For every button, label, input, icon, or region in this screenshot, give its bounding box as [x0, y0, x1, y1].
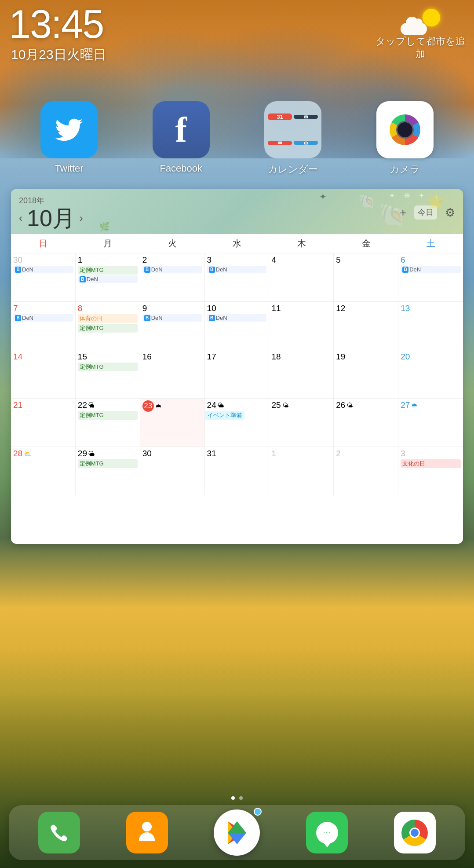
speech-bubble: ···: [316, 822, 338, 844]
cal-day-28[interactable]: 28 ⛅: [11, 447, 76, 495]
cal-day-30[interactable]: 30: [140, 447, 205, 495]
weather-widget[interactable]: タップして都市を追 加: [376, 9, 465, 60]
cal-day-5[interactable]: 5: [334, 253, 398, 301]
cal-day-22[interactable]: 22 🌦 定例MTG: [76, 399, 140, 447]
facebook-app[interactable]: f Facebook: [146, 101, 216, 176]
day-num: 7: [13, 304, 73, 313]
coral-deco: 🌿: [99, 221, 110, 232]
app-icons-row: Twitter f Facebook 31 📅 📖 📆 カレンダー カメラ: [0, 101, 474, 176]
day-num: 24 🌥: [207, 400, 267, 410]
playstore-badge: [254, 808, 262, 816]
cal-day-10[interactable]: 10 BDeN: [205, 302, 270, 350]
cal-mini-1: 31: [268, 114, 292, 120]
star-deco: ✦: [319, 191, 327, 202]
calendar-year: 2018年: [19, 195, 83, 206]
chrome-ring: [401, 820, 428, 846]
day-num: 1: [271, 449, 331, 458]
cal-day-1[interactable]: 1 定例MTG BDeN: [76, 253, 140, 301]
cal-day-29[interactable]: 29 🌥 定例MTG: [76, 447, 140, 495]
facebook-f-letter: f: [175, 110, 187, 150]
chrome-app[interactable]: [394, 812, 436, 853]
contacts-app[interactable]: [126, 812, 168, 853]
page-dots: [0, 796, 474, 800]
day-num: 2: [336, 449, 396, 458]
day-num: 6: [401, 255, 461, 265]
event-den: BDeN: [13, 266, 73, 273]
event-den: BDeN: [142, 266, 202, 273]
day-num: 27 🌧: [401, 400, 461, 410]
day-num: 16: [142, 352, 202, 362]
cal-day-16[interactable]: 16: [140, 350, 205, 398]
cal-day-13[interactable]: 13: [398, 302, 463, 350]
cal-day-2-next[interactable]: 2: [334, 447, 398, 495]
twitter-icon[interactable]: [40, 101, 98, 158]
status-bar: 13:45 10月23日火曜日 タップして都市を追 加: [0, 0, 474, 64]
cal-day-30-prev[interactable]: 30 BDeN: [11, 253, 76, 301]
cal-day-8[interactable]: 8 体育の日 定例MTG: [76, 302, 140, 350]
messages-app[interactable]: ···: [306, 812, 348, 853]
camera-app[interactable]: カメラ: [370, 101, 440, 176]
cal-day-12[interactable]: 12: [334, 302, 398, 350]
weather-tap-label[interactable]: タップして都市を追 加: [376, 35, 465, 60]
next-month-button[interactable]: ›: [80, 212, 83, 224]
cal-day-4[interactable]: 4: [269, 253, 334, 301]
prev-month-button[interactable]: ‹: [19, 212, 22, 224]
day-num: 9: [142, 304, 202, 313]
day-header-sat: 土: [398, 234, 463, 253]
event-den: BDeN: [207, 314, 267, 322]
twitter-bird-svg: [54, 114, 84, 145]
twitter-app[interactable]: Twitter: [34, 101, 104, 176]
cal-day-20[interactable]: 20: [398, 350, 463, 398]
facebook-label: Facebook: [160, 163, 202, 174]
cal-day-1-next[interactable]: 1: [269, 447, 334, 495]
facebook-icon[interactable]: f: [153, 101, 210, 158]
cal-day-7[interactable]: 7 BDeN: [11, 302, 76, 350]
cal-day-25[interactable]: 25 🌤: [269, 399, 334, 447]
calendar-header: 🐚 🐚 ⭐ ✦ 🌿 2018年 ‹ 10月 › + 今日 ⚙: [11, 189, 463, 234]
calendar-settings-button[interactable]: ⚙: [445, 206, 455, 220]
day-num: 18: [271, 352, 331, 362]
cal-day-27[interactable]: 27 🌧: [398, 399, 463, 447]
camera-icon[interactable]: [376, 101, 434, 158]
day-num: 2: [142, 255, 202, 265]
cal-day-19[interactable]: 19: [334, 350, 398, 398]
cal-day-3[interactable]: 3 BDeN: [205, 253, 270, 301]
cal-day-26[interactable]: 26 🌤: [334, 399, 398, 447]
cal-day-15[interactable]: 15 定例MTG: [76, 350, 140, 398]
calendar-week-4: 21 22 🌦 定例MTG 23🌧 24 🌥 イベント準備 25 🌤 26 🌤 …: [11, 399, 463, 447]
event-mtg: 定例MTG: [78, 411, 138, 420]
day-num: 22 🌦: [78, 400, 138, 410]
person-head: [142, 822, 152, 831]
calendar-week-1: 30 BDeN 1 定例MTG BDeN 2 BDeN 3 BDeN 4 5: [11, 253, 463, 302]
cal-day-14[interactable]: 14: [11, 350, 76, 398]
twitter-label: Twitter: [55, 163, 84, 174]
calendar-folder-icon[interactable]: 31 📅 📖 📆: [264, 101, 321, 158]
day-header-sun: 日: [11, 234, 76, 253]
calendar-widget: 🐚 🐚 ⭐ ✦ 🌿 2018年 ‹ 10月 › + 今日 ⚙ 日 月 火 水 木…: [11, 189, 463, 544]
sun-icon: [423, 9, 440, 26]
calendar-month-text: 10月: [27, 207, 75, 230]
cal-day-17[interactable]: 17: [205, 350, 270, 398]
cal-day-21[interactable]: 21: [11, 399, 76, 447]
cal-day-9[interactable]: 9 BDeN: [140, 302, 205, 350]
calendar-week-3: 14 15 定例MTG 16 17 18 19 20: [11, 350, 463, 399]
event-event: イベント準備: [205, 411, 244, 420]
cal-day-6[interactable]: 6 BDeN: [398, 253, 463, 301]
cal-day-2[interactable]: 2 BDeN: [140, 253, 205, 301]
cal-day-31[interactable]: 31: [205, 447, 270, 495]
phone-app[interactable]: [38, 812, 80, 853]
calendar-days-header: 日 月 火 水 木 金 土: [11, 234, 463, 253]
calendar-folder-label: カレンダー: [268, 163, 318, 176]
day-num: 30: [13, 255, 73, 265]
day-num: 20: [401, 352, 461, 362]
day-header-wed: 水: [205, 234, 270, 253]
cal-day-18[interactable]: 18: [269, 350, 334, 398]
day-num: 28 ⛅: [13, 449, 73, 458]
cal-day-23-today[interactable]: 23🌧: [140, 399, 205, 447]
playstore-app[interactable]: [214, 809, 260, 856]
cal-day-11[interactable]: 11: [269, 302, 334, 350]
cal-day-24[interactable]: 24 🌥 イベント準備: [205, 399, 270, 447]
day-num: 10: [207, 304, 267, 313]
calendar-folder-app[interactable]: 31 📅 📖 📆 カレンダー: [258, 101, 328, 176]
cal-day-3-next[interactable]: 3 文化の日: [398, 447, 463, 495]
